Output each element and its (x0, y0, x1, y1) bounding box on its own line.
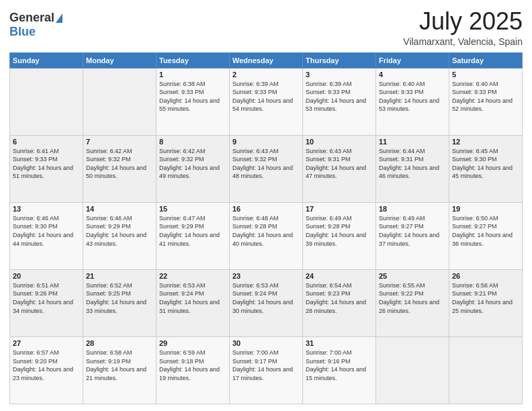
calendar-table: Sunday Monday Tuesday Wednesday Thursday… (9, 52, 523, 404)
table-row: 20Sunrise: 6:51 AM Sunset: 9:26 PM Dayli… (10, 269, 83, 336)
day-number: 18 (379, 205, 446, 213)
day-info: Sunrise: 6:38 AM Sunset: 9:33 PM Dayligh… (159, 80, 226, 113)
day-number: 23 (232, 272, 300, 280)
day-info: Sunrise: 6:53 AM Sunset: 9:24 PM Dayligh… (159, 281, 226, 315)
day-number: 24 (306, 272, 373, 280)
day-info: Sunrise: 6:46 AM Sunset: 9:29 PM Dayligh… (86, 214, 153, 248)
table-row: 10Sunrise: 6:43 AM Sunset: 9:31 PM Dayli… (303, 135, 376, 202)
header-wednesday: Wednesday (230, 52, 303, 68)
table-row (449, 336, 523, 404)
day-info: Sunrise: 6:47 AM Sunset: 9:29 PM Dayligh… (159, 214, 226, 248)
day-info: Sunrise: 6:50 AM Sunset: 9:27 PM Dayligh… (452, 214, 519, 248)
day-info: Sunrise: 6:56 AM Sunset: 9:21 PM Dayligh… (452, 281, 519, 315)
day-info: Sunrise: 6:46 AM Sunset: 9:30 PM Dayligh… (13, 214, 80, 248)
day-info: Sunrise: 6:49 AM Sunset: 9:27 PM Dayligh… (379, 214, 446, 248)
table-row: 11Sunrise: 6:44 AM Sunset: 9:31 PM Dayli… (376, 135, 449, 202)
day-number: 8 (159, 138, 226, 146)
calendar-header-row: Sunday Monday Tuesday Wednesday Thursday… (10, 52, 523, 68)
day-number: 25 (379, 272, 446, 280)
day-number: 12 (452, 138, 519, 146)
day-number: 2 (232, 71, 300, 79)
day-info: Sunrise: 6:39 AM Sunset: 9:33 PM Dayligh… (232, 80, 300, 113)
day-info: Sunrise: 6:40 AM Sunset: 9:33 PM Dayligh… (379, 80, 446, 113)
day-info: Sunrise: 6:58 AM Sunset: 9:19 PM Dayligh… (86, 349, 153, 382)
table-row: 3Sunrise: 6:39 AM Sunset: 9:33 PM Daylig… (303, 68, 376, 135)
day-number: 28 (86, 339, 153, 347)
calendar-week-row: 20Sunrise: 6:51 AM Sunset: 9:26 PM Dayli… (10, 269, 523, 336)
table-row: 5Sunrise: 6:40 AM Sunset: 9:33 PM Daylig… (449, 68, 523, 135)
day-info: Sunrise: 6:45 AM Sunset: 9:30 PM Dayligh… (452, 147, 519, 181)
table-row: 12Sunrise: 6:45 AM Sunset: 9:30 PM Dayli… (449, 135, 523, 202)
logo-blue-text: Blue (9, 25, 36, 39)
day-number: 1 (159, 71, 226, 79)
day-number: 6 (13, 138, 80, 146)
title-block: July 2025 Vilamarxant, Valencia, Spain (403, 8, 523, 47)
table-row: 6Sunrise: 6:41 AM Sunset: 9:33 PM Daylig… (10, 135, 83, 202)
day-info: Sunrise: 7:00 AM Sunset: 9:16 PM Dayligh… (306, 349, 373, 382)
table-row: 16Sunrise: 6:48 AM Sunset: 9:28 PM Dayli… (230, 202, 303, 269)
header-monday: Monday (83, 52, 157, 68)
table-row: 8Sunrise: 6:42 AM Sunset: 9:32 PM Daylig… (157, 135, 230, 202)
calendar-week-row: 1Sunrise: 6:38 AM Sunset: 9:33 PM Daylig… (10, 68, 523, 135)
day-number: 27 (13, 339, 80, 347)
table-row (376, 336, 449, 404)
day-info: Sunrise: 6:49 AM Sunset: 9:28 PM Dayligh… (306, 214, 373, 248)
day-info: Sunrise: 6:59 AM Sunset: 9:18 PM Dayligh… (159, 349, 226, 382)
logo: General Blue (9, 11, 64, 39)
calendar-week-row: 27Sunrise: 6:57 AM Sunset: 9:20 PM Dayli… (10, 336, 523, 404)
page: General Blue July 2025 Vilamarxant, Vale… (0, 0, 532, 411)
day-number: 14 (86, 205, 153, 213)
day-info: Sunrise: 6:39 AM Sunset: 9:33 PM Dayligh… (306, 80, 373, 113)
day-number: 4 (379, 71, 446, 79)
month-year-title: July 2025 (403, 8, 523, 35)
day-number: 29 (159, 339, 226, 347)
day-info: Sunrise: 6:41 AM Sunset: 9:33 PM Dayligh… (13, 147, 80, 181)
day-number: 17 (306, 205, 373, 213)
day-number: 30 (232, 339, 300, 347)
day-info: Sunrise: 7:00 AM Sunset: 9:17 PM Dayligh… (232, 349, 300, 382)
day-info: Sunrise: 6:57 AM Sunset: 9:20 PM Dayligh… (13, 349, 80, 382)
table-row: 13Sunrise: 6:46 AM Sunset: 9:30 PM Dayli… (10, 202, 83, 269)
table-row: 18Sunrise: 6:49 AM Sunset: 9:27 PM Dayli… (376, 202, 449, 269)
calendar-week-row: 6Sunrise: 6:41 AM Sunset: 9:33 PM Daylig… (10, 135, 523, 202)
header-tuesday: Tuesday (157, 52, 230, 68)
table-row: 30Sunrise: 7:00 AM Sunset: 9:17 PM Dayli… (230, 336, 303, 404)
day-info: Sunrise: 6:52 AM Sunset: 9:25 PM Dayligh… (86, 281, 153, 315)
day-number: 3 (306, 71, 373, 79)
table-row: 26Sunrise: 6:56 AM Sunset: 9:21 PM Dayli… (449, 269, 523, 336)
location-subtitle: Vilamarxant, Valencia, Spain (403, 36, 523, 47)
day-info: Sunrise: 6:42 AM Sunset: 9:32 PM Dayligh… (159, 147, 226, 181)
table-row: 9Sunrise: 6:43 AM Sunset: 9:32 PM Daylig… (230, 135, 303, 202)
table-row (10, 68, 83, 135)
table-row: 15Sunrise: 6:47 AM Sunset: 9:29 PM Dayli… (157, 202, 230, 269)
table-row: 29Sunrise: 6:59 AM Sunset: 9:18 PM Dayli… (157, 336, 230, 404)
day-number: 31 (306, 339, 373, 347)
day-info: Sunrise: 6:48 AM Sunset: 9:28 PM Dayligh… (232, 214, 300, 248)
day-number: 26 (452, 272, 519, 280)
table-row: 28Sunrise: 6:58 AM Sunset: 9:19 PM Dayli… (83, 336, 157, 404)
table-row: 2Sunrise: 6:39 AM Sunset: 9:33 PM Daylig… (230, 68, 303, 135)
table-row: 22Sunrise: 6:53 AM Sunset: 9:24 PM Dayli… (157, 269, 230, 336)
logo-triangle-icon (56, 13, 62, 23)
day-info: Sunrise: 6:54 AM Sunset: 9:23 PM Dayligh… (306, 281, 373, 315)
day-info: Sunrise: 6:43 AM Sunset: 9:31 PM Dayligh… (306, 147, 373, 181)
day-info: Sunrise: 6:53 AM Sunset: 9:24 PM Dayligh… (232, 281, 300, 315)
day-number: 15 (159, 205, 226, 213)
table-row: 19Sunrise: 6:50 AM Sunset: 9:27 PM Dayli… (449, 202, 523, 269)
table-row: 14Sunrise: 6:46 AM Sunset: 9:29 PM Dayli… (83, 202, 157, 269)
day-number: 11 (379, 138, 446, 146)
day-number: 7 (86, 138, 153, 146)
day-number: 10 (306, 138, 373, 146)
table-row: 21Sunrise: 6:52 AM Sunset: 9:25 PM Dayli… (83, 269, 157, 336)
table-row: 24Sunrise: 6:54 AM Sunset: 9:23 PM Dayli… (303, 269, 376, 336)
day-info: Sunrise: 6:42 AM Sunset: 9:32 PM Dayligh… (86, 147, 153, 181)
day-number: 19 (452, 205, 519, 213)
table-row: 1Sunrise: 6:38 AM Sunset: 9:33 PM Daylig… (157, 68, 230, 135)
day-info: Sunrise: 6:43 AM Sunset: 9:32 PM Dayligh… (232, 147, 300, 181)
day-info: Sunrise: 6:55 AM Sunset: 9:22 PM Dayligh… (379, 281, 446, 315)
logo-general-text: General (9, 11, 54, 25)
table-row: 25Sunrise: 6:55 AM Sunset: 9:22 PM Dayli… (376, 269, 449, 336)
table-row: 27Sunrise: 6:57 AM Sunset: 9:20 PM Dayli… (10, 336, 83, 404)
day-info: Sunrise: 6:44 AM Sunset: 9:31 PM Dayligh… (379, 147, 446, 181)
day-number: 13 (13, 205, 80, 213)
